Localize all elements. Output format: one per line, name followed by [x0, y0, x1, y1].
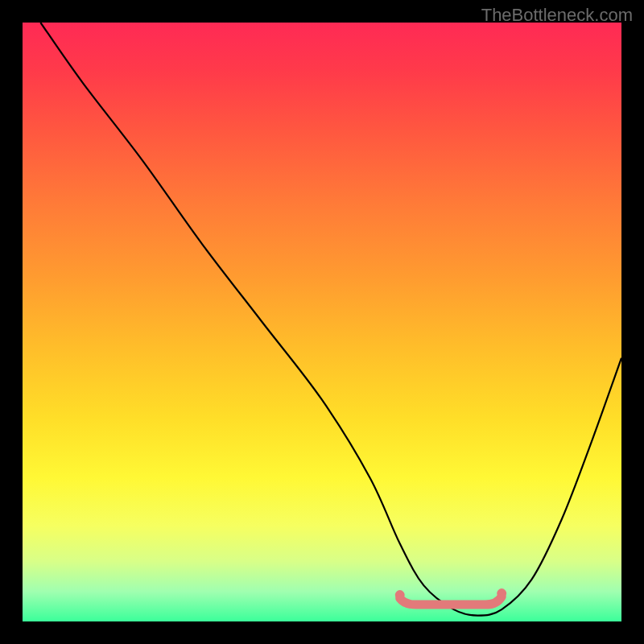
optimal-range-marker: [400, 597, 502, 605]
watermark-text: TheBottleneck.com: [481, 5, 633, 26]
chart-svg: [23, 23, 621, 621]
chart-area: [23, 23, 621, 621]
bottleneck-curve-line: [40, 23, 621, 616]
optimal-range-start-dot: [395, 590, 405, 600]
optimal-range-end-dot: [497, 588, 506, 598]
